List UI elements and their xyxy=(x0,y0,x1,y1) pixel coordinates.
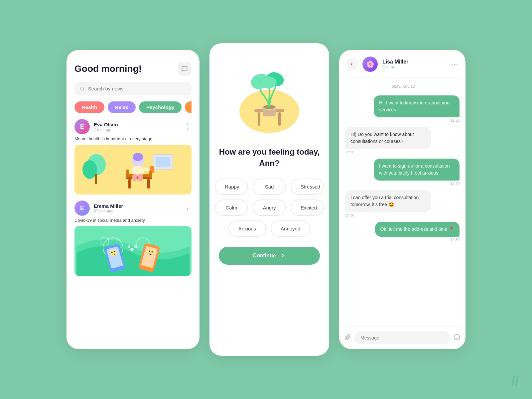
chat-contact-info: Lisa Miller Online xyxy=(382,59,408,69)
chat-more-button[interactable]: ⋯ xyxy=(451,60,459,68)
post-text-1: Mental health is important at every stag… xyxy=(74,136,192,141)
search-icon xyxy=(80,86,85,91)
author-meta-2: Emma Miller 57 min ago xyxy=(94,203,123,213)
mood-check-card: How are you feeling today, Ann? Happy Sa… xyxy=(209,43,329,356)
svg-rect-5 xyxy=(95,174,97,184)
chat-contact-name: Lisa Miller xyxy=(382,59,408,65)
msg-wrapper-1: Hi, I want to know more about your servi… xyxy=(345,95,460,122)
post-text-2: Covid-19 in social media and anxiety xyxy=(74,218,192,223)
post-image-2 xyxy=(74,226,192,276)
chat-input-bar xyxy=(339,326,466,349)
mood-annoyed[interactable]: Annoyed xyxy=(271,220,310,237)
svg-rect-41 xyxy=(278,112,281,126)
author-row-2: E Emma Miller 57 min ago ⋮ xyxy=(74,200,192,218)
svg-point-35 xyxy=(130,248,134,251)
message-3: I want to sign up for a consultation wit… xyxy=(374,159,460,181)
msg-wrapper-4: I can offer you a trial consultation tom… xyxy=(345,190,460,217)
search-input[interactable] xyxy=(88,86,186,91)
mood-happy[interactable]: Happy xyxy=(215,179,248,195)
post-menu-1[interactable]: ⋮ xyxy=(184,123,192,131)
message-icon-button[interactable] xyxy=(178,62,192,76)
tag-health[interactable]: Health xyxy=(74,101,104,113)
svg-point-36 xyxy=(134,245,137,248)
mood-stressed[interactable]: Stressed xyxy=(291,179,324,195)
svg-rect-19 xyxy=(138,174,143,181)
msg-time-3: 12:29 xyxy=(450,182,460,186)
svg-point-37 xyxy=(128,245,130,248)
chevron-right-icon xyxy=(280,253,286,259)
news-post-2: E Emma Miller 57 min ago ⋮ Covid-19 in s… xyxy=(74,200,192,276)
author-row-1: E Eva Olsen 7 min ago ⋮ xyxy=(74,119,192,136)
chat-card: 🌸 Lisa Miller Online ⋯ Today, Nov 12 Hi,… xyxy=(339,50,466,349)
msg-wrapper-5: Ok, tell me the address and time 📍 12:30 xyxy=(345,222,460,242)
chat-date-label: Today, Nov 12 xyxy=(345,84,460,89)
message-5: Ok, tell me the address and time 📍 xyxy=(375,222,460,237)
svg-point-16 xyxy=(133,153,143,161)
svg-rect-21 xyxy=(150,166,154,173)
mood-row-1: Happy Sad Stressed xyxy=(219,179,320,195)
mood-buttons-container: Happy Sad Stressed Calm Angry Excited An… xyxy=(219,179,320,237)
mood-excited[interactable]: Excited xyxy=(291,200,324,216)
message-1: Hi, I want to know more about your servi… xyxy=(374,95,460,117)
message-2: Hi) Do you want to know about consultati… xyxy=(345,127,431,149)
msg-time-4: 12:30 xyxy=(345,213,354,217)
plant-svg xyxy=(233,57,306,136)
chat-header: 🌸 Lisa Miller Online ⋯ xyxy=(339,50,466,77)
post-menu-2[interactable]: ⋮ xyxy=(184,204,192,212)
mood-illustration xyxy=(233,57,306,136)
mood-sad[interactable]: Sad xyxy=(253,179,286,195)
author-time-2: 57 min ago xyxy=(94,209,123,213)
svg-rect-12 xyxy=(147,179,150,189)
msg-time-2: 12:28 xyxy=(345,150,354,154)
author-meta-1: Eva Olsen 7 min ago xyxy=(94,122,118,132)
msg-wrapper-2: Hi) Do you want to know about consultati… xyxy=(345,127,460,154)
continue-button[interactable]: Continue xyxy=(219,247,320,265)
mood-calm[interactable]: Calm xyxy=(215,200,248,216)
author-name-1: Eva Olsen xyxy=(94,122,118,127)
tag-other[interactable]: L xyxy=(185,101,192,113)
msg-wrapper-3: I want to sign up for a consultation wit… xyxy=(345,159,460,186)
author-info-2: E Emma Miller 57 min ago xyxy=(74,200,123,216)
msg-time-1: 12:28 xyxy=(450,118,460,122)
mood-angry[interactable]: Angry xyxy=(253,200,286,216)
svg-point-4 xyxy=(82,160,97,179)
chat-contact-status: Online xyxy=(382,65,408,69)
svg-point-0 xyxy=(80,87,84,90)
svg-rect-40 xyxy=(258,112,260,126)
news-feed-card: Good morning! Health Relax Psychology L … xyxy=(66,50,200,349)
author-info-1: E Eva Olsen 7 min ago xyxy=(74,119,118,134)
avatar-2: E xyxy=(74,200,90,216)
tags-row: Health Relax Psychology L xyxy=(74,101,192,113)
news-post-1: E Eva Olsen 7 min ago ⋮ Mental health is… xyxy=(74,119,192,195)
tag-psychology[interactable]: Psychology xyxy=(139,101,182,113)
paperclip-icon xyxy=(344,334,351,340)
msg-time-5: 12:30 xyxy=(450,238,460,242)
back-button[interactable] xyxy=(346,58,358,70)
svg-line-1 xyxy=(83,89,84,90)
tag-relax[interactable]: Relax xyxy=(108,101,136,113)
message-input[interactable] xyxy=(354,331,450,344)
author-name-2: Emma Miller xyxy=(94,203,123,209)
chair-illustration xyxy=(76,145,190,195)
author-time-1: 7 min ago xyxy=(94,127,118,132)
watermark: // xyxy=(511,374,519,389)
greeting-text: Good morning! xyxy=(74,64,142,74)
back-icon xyxy=(349,62,354,66)
mood-anxious[interactable]: Anxious xyxy=(228,220,266,237)
avatar-1: E xyxy=(74,119,90,134)
mood-question: How are you feeling today, Ann? xyxy=(219,146,320,169)
continue-label: Continue xyxy=(253,253,276,259)
phones-illustration xyxy=(76,226,190,276)
svg-rect-13 xyxy=(126,170,129,178)
search-bar[interactable] xyxy=(74,82,192,95)
chat-contact-avatar: 🌸 xyxy=(362,57,378,72)
attach-button[interactable] xyxy=(344,334,351,342)
card1-header: Good morning! xyxy=(74,62,192,76)
emoji-button[interactable] xyxy=(454,334,460,342)
svg-rect-11 xyxy=(128,179,131,189)
chat-messages-area: Today, Nov 12 Hi, I want to know more ab… xyxy=(339,77,466,326)
emoji-icon xyxy=(454,334,460,340)
chat-icon xyxy=(181,66,188,72)
post-image-1 xyxy=(74,145,192,195)
svg-point-52 xyxy=(454,334,460,340)
